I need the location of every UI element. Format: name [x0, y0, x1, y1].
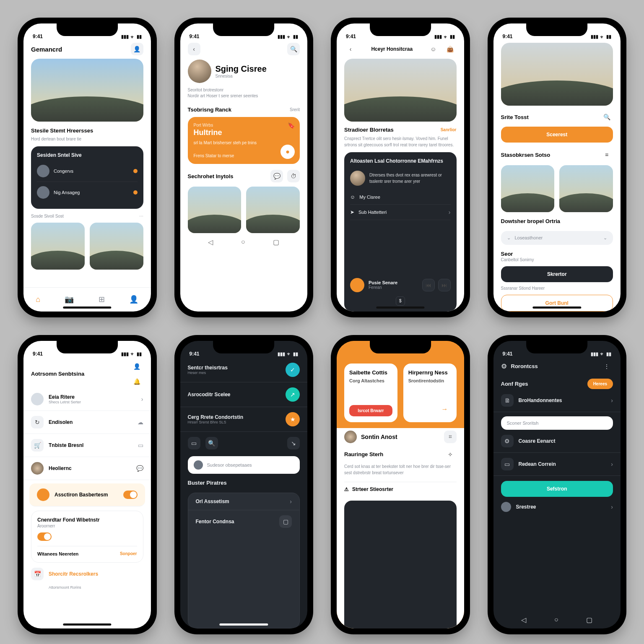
card-row-2[interactable]: Nig Ansageg	[37, 182, 138, 203]
tab-grid-icon[interactable]: ⊞	[99, 295, 105, 304]
list-item[interactable]: 🛒 Tnbiste Bresnl ▭	[23, 434, 151, 457]
avatar[interactable]	[350, 171, 365, 186]
list-item[interactable]: Fentor Condnsa ▢	[188, 510, 300, 533]
list-item[interactable]: Heoliernc 💬	[23, 457, 151, 480]
arrow-icon[interactable]: ↘	[287, 437, 300, 449]
list-item[interactable]: ▭ Redean Correin ›	[493, 453, 621, 476]
page-dot[interactable]	[599, 98, 602, 101]
scan-icon[interactable]: ⌗	[444, 431, 457, 443]
hero-image[interactable]: Quisnekosy	[344, 59, 457, 122]
hero-image[interactable]	[501, 43, 613, 106]
tab-profile-icon[interactable]: 👤	[129, 295, 138, 304]
page-dot[interactable]	[605, 98, 608, 101]
card-row-1[interactable]: Congervs	[37, 161, 138, 182]
prev-icon[interactable]: ⏮	[422, 279, 435, 291]
currency-icon[interactable]: $	[396, 296, 405, 306]
nav-home-icon[interactable]: ○	[554, 616, 558, 623]
phone-dark-form: 9:41 ▮▮▮ᯤ▮▮ ⚙ Rorontcss ⋮ Aonf Rges Here…	[488, 335, 627, 635]
thumbnail[interactable]	[246, 187, 300, 233]
bio-line-2: Nordir art Hoser t sere srener seentes	[180, 93, 308, 99]
hero-image[interactable]	[31, 59, 143, 122]
search-icon[interactable]: 🔍	[287, 43, 300, 55]
more-icon[interactable]: ⋯	[139, 214, 143, 218]
cta-button[interactable]: Sceerest	[501, 127, 613, 143]
warning-row[interactable]: ⚠ Strteer Stieosrter	[344, 482, 457, 496]
next-icon[interactable]: ⏭	[438, 279, 451, 291]
list-item[interactable]: Orl Asssetism ›	[188, 493, 300, 510]
menu-icon[interactable]: ⚙	[501, 362, 507, 370]
hero-caption-title: Stesile Stemt Hreersses	[23, 122, 151, 136]
list-item[interactable]: Asrocoditr Scelee ↗	[180, 382, 308, 407]
back-icon[interactable]: ‹	[188, 43, 200, 55]
search-icon[interactable]: 🔍	[600, 111, 613, 123]
fab-icon[interactable]	[350, 278, 364, 292]
footer-row[interactable]: Srestree ›	[493, 497, 621, 517]
toggle[interactable]	[123, 491, 138, 499]
profile-icon[interactable]: 👤	[131, 43, 143, 55]
list-item[interactable]: 🗎 BroHandonnentes ›	[493, 389, 621, 412]
toggle[interactable]	[37, 532, 52, 541]
section-link[interactable]: Sanrlior	[441, 127, 457, 132]
page-dot[interactable]	[593, 98, 596, 101]
text-field[interactable]: Sconer Sroritsh	[501, 416, 613, 430]
search-icon[interactable]: 🔍	[205, 437, 218, 449]
dot-indicator	[133, 169, 138, 173]
play-icon[interactable]: ●	[280, 145, 295, 159]
outline-button[interactable]: Gort Bunl	[501, 295, 613, 312]
bookmark-icon[interactable]: 🔖	[288, 122, 295, 129]
chip-button[interactable]: Herees	[587, 379, 613, 389]
tab-home-icon[interactable]: ⌂	[36, 295, 40, 304]
nav-recent-icon[interactable]: ▢	[586, 616, 592, 624]
author-row[interactable]: ☺ My Cisree	[350, 190, 451, 205]
thumbnail[interactable]	[31, 223, 85, 269]
list-item[interactable]: Eeia RitereShecs Letrst Serter ›	[23, 388, 151, 411]
thumbnail[interactable]	[559, 165, 613, 212]
footer-row[interactable]: 📅 Shorcitr Recsrolkers	[23, 563, 151, 585]
highlight-row[interactable]: Assctiron Basbertesm	[29, 483, 145, 506]
option-card-2[interactable]: Hirpernrg Ness Srontirentodstin →	[403, 364, 457, 422]
nav-back-icon[interactable]: ◁	[521, 616, 526, 624]
search-icon[interactable]: 🔍	[128, 254, 140, 266]
link[interactable]: Sonpoer	[120, 551, 137, 556]
back-icon[interactable]: ‹	[344, 43, 357, 55]
footer-row[interactable]: Attorsrnoont Rorins	[23, 585, 151, 595]
secondary-button[interactable]: Skrertor	[501, 266, 613, 282]
avatar[interactable]	[188, 60, 211, 83]
tab-camera-icon[interactable]: 📷	[65, 295, 74, 304]
thumbnail[interactable]: 🔍	[90, 223, 143, 269]
list-item[interactable]: Sentcr theisrtrasHeser mes ✓	[180, 358, 308, 382]
nav-back-icon[interactable]: ◁	[208, 238, 213, 246]
down-icon: ⌄	[507, 235, 511, 241]
card-title: Sesiden Sntel Sive	[37, 152, 138, 158]
profile-icon[interactable]: 👤	[131, 360, 143, 373]
chat-icon[interactable]: 💬	[270, 170, 283, 182]
featured-card[interactable]: Port Wirbs Hultrine srl la Mart brishers…	[188, 117, 300, 164]
bell-icon[interactable]: 🔔	[131, 375, 143, 388]
list-item[interactable]: ↻ Endisolen ☁	[23, 411, 151, 434]
star-icon[interactable]: ✧	[444, 448, 457, 461]
option-card-1[interactable]: Saibette Cottis Corg Altastches Isrcot B…	[344, 364, 397, 422]
list-icon[interactable]: ≡	[600, 148, 613, 161]
dropdown-field[interactable]: ⌄ Loseasthoner ⌄	[501, 231, 613, 245]
card-icon[interactable]: ▭	[188, 437, 200, 449]
smile-icon[interactable]: ☺	[427, 43, 440, 55]
avatar[interactable]	[344, 431, 357, 443]
sync-icon: ↻	[31, 416, 44, 428]
action-row[interactable]: ➤ Sub Hattetteri ›	[350, 205, 451, 220]
more-icon[interactable]: ⋮	[600, 360, 613, 373]
list-item[interactable]: ⚙ Coasre Eenarct	[493, 430, 621, 453]
thumbnail[interactable]	[188, 187, 242, 233]
card-cta[interactable]: Isrcot Brwarr	[349, 405, 392, 416]
nav-home-icon[interactable]: ○	[241, 238, 245, 246]
thumbnail[interactable]	[501, 165, 555, 212]
nav-recent-icon[interactable]: ▢	[273, 238, 279, 246]
list-item[interactable]: Cerg Rrete CondortstinHrssrr Srerst Bhre…	[180, 407, 308, 432]
search-field[interactable]: Sudesor obsepetaaes	[188, 456, 300, 474]
section-link[interactable]: Srerit	[290, 107, 300, 112]
bag-icon[interactable]: 👜	[444, 43, 457, 55]
tool-row: ▭ 🔍 ↘	[180, 432, 308, 454]
clock-icon[interactable]: ⏱	[287, 170, 300, 182]
square-icon[interactable]: ▢	[279, 515, 292, 528]
arrow-icon[interactable]: →	[408, 402, 452, 416]
primary-button[interactable]: Sefstron	[501, 481, 613, 497]
